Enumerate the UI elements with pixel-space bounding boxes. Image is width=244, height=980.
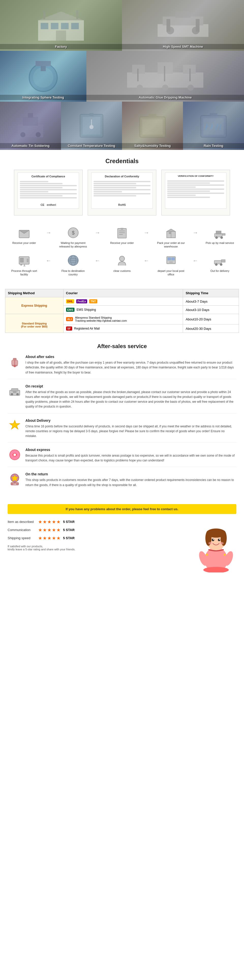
svg-rect-4 [71,23,79,29]
arrow-2: → [95,229,100,236]
svg-point-98 [11,393,13,396]
star5: ★ [56,519,61,525]
process-label-waiting-payment: Waiting for payment released by aliexpre… [57,241,90,248]
factory-item-factory: Factory [0,0,122,51]
aftersales-icon-receipt [8,384,22,398]
star3: ★ [47,519,51,525]
rating-left: Item as described ★ ★ ★ ★ ★ 5 STAR Commu… [8,519,196,551]
svg-point-117 [209,542,212,544]
svg-rect-27 [137,68,139,81]
arrow-r2: ← [144,258,149,264]
process-step-receive-order: Receive your order [8,226,41,245]
process-label-receive-order2: Receive your order [110,241,134,245]
comm-star3: ★ [47,527,51,533]
out-delivery-icon [213,254,227,267]
process-label-flow-destination: Flow to destination country [57,269,90,277]
svg-point-116 [219,539,220,540]
svg-rect-70 [214,261,222,264]
cert1-logo: CE entheri [20,201,77,206]
stars-comm: ★ ★ ★ ★ ★ [38,527,61,533]
factory-label-salty: Salty&humidity Testing [122,143,183,148]
svg-rect-11 [175,11,191,18]
aftersales-heading-sales: About after sales [26,355,236,359]
credentials-title: Credentials [5,158,239,165]
svg-point-67 [215,236,218,239]
standard-group-label: Standard Shipping (For order over $60) [5,314,64,333]
svg-rect-9 [158,24,209,37]
rating-value-item: 5 STAR [63,520,75,523]
mascot-svg: ★ ★ [198,519,234,573]
factory-item-rain: Rain Testing [183,102,244,150]
process-step-pickup: Pick up by mail service [203,226,236,245]
svg-rect-3 [61,23,69,29]
comm-star2: ★ [43,527,47,533]
svg-rect-15 [196,19,199,32]
shipping-section: Shipping Method Courier Shipping Time Ex… [0,286,244,338]
factory-item-glue: Automatic Glue Dripping Machine [86,51,244,102]
aftersales-icon-return: 1st [8,472,22,486]
process-step-process-sort: Process through sort facility [8,254,41,277]
ship-star3: ★ [47,535,51,541]
aftersales-text-return: This shop sells products in customers re… [26,478,236,487]
svg-rect-37 [89,113,94,116]
contact-banner: If you have any problems about the order… [8,504,236,514]
svg-point-26 [188,84,194,91]
process-step-receive-order2: Receive your order [105,226,139,245]
ship-star5: ★ [56,535,61,541]
svg-rect-97 [11,388,18,391]
svg-text:1st: 1st [13,483,16,485]
svg-point-34 [35,132,41,137]
svg-point-72 [215,263,218,266]
rating-row-ship: Shipping speed ★ ★ ★ ★ ★ 5 STAR [8,535,196,541]
process-section: Receive your order → $ Waiting for payme… [0,221,244,286]
comm-star4: ★ [52,527,56,533]
express-row-1-time: About3-7 Days [183,297,239,305]
process-step-out-delivery: Out for delivery [203,254,236,273]
factory-item-smt: High Speed SMT Machine [122,0,244,51]
ship-star4: ★ [52,535,56,541]
cert-inner-2: Declaration of Conformity RoHS [91,172,153,208]
process-step-pack: Pack your order at our warehouse [155,226,188,248]
factory-item-tin: Automatic Tin Soldering [0,102,61,150]
factory-label-rain: Rain Testing [183,143,244,148]
credential-card-2: Declaration of Conformity RoHS [88,170,156,215]
svg-rect-31 [23,117,38,126]
comm-star5: ★ [56,527,61,533]
arrow-1: → [46,229,51,236]
aftersales-text-receipt: After the arrival of the goods as soon a… [26,390,236,409]
process-label-process-sort: Process through sort facility [8,269,41,277]
factory-item-salty: Salty&humidity Testing [122,102,183,150]
svg-rect-18 [35,61,51,66]
svg-point-118 [220,542,224,544]
process-step-flow-destination: Flow to destination country [57,254,90,277]
rating-note: If satisfied with our products, kindly l… [8,545,196,551]
svg-rect-32 [28,113,33,118]
svg-text:$: $ [72,230,75,235]
credential-card-3: VERIFICATION OF CONFORMITY [161,170,230,215]
carrier-ali-label: Aliexpress Standard ShippingTracking web… [75,316,127,322]
process-label-receive-order: Receive your order [13,241,36,245]
svg-rect-69 [216,231,221,234]
arrow-r1: ← [193,258,198,264]
receive-order2-icon [115,226,129,240]
factory-section: Factory High Speed SMT Machine [0,0,244,150]
shipping-col-courier: Courier [63,289,183,297]
aftersales-text-express: Because this product is small profits an… [26,453,236,463]
process-step-clear-customs: clear customs [105,254,139,273]
credentials-section: Credentials Certificate of Compliance CE… [0,150,244,221]
pickup-icon [213,226,227,240]
depart-post-icon [164,254,178,267]
svg-point-115 [213,539,214,540]
svg-point-99 [16,393,19,396]
svg-point-25 [162,84,168,91]
svg-rect-77 [169,261,173,264]
process-label-out-delivery: Out for delivery [211,269,230,273]
aftersales-item-about-delivery: About Delivery China time 16 points befo… [8,418,236,443]
carrier-sf: SF [66,326,72,331]
aftersales-content-express: About express Because this product is sm… [26,448,236,463]
aftersales-heading-delivery: About Delivery [26,418,236,423]
svg-rect-28 [164,66,165,81]
rating-label-comm: Communication [8,528,38,532]
rating-label-ship: Shipping speed [8,536,38,540]
svg-rect-64 [169,232,171,234]
